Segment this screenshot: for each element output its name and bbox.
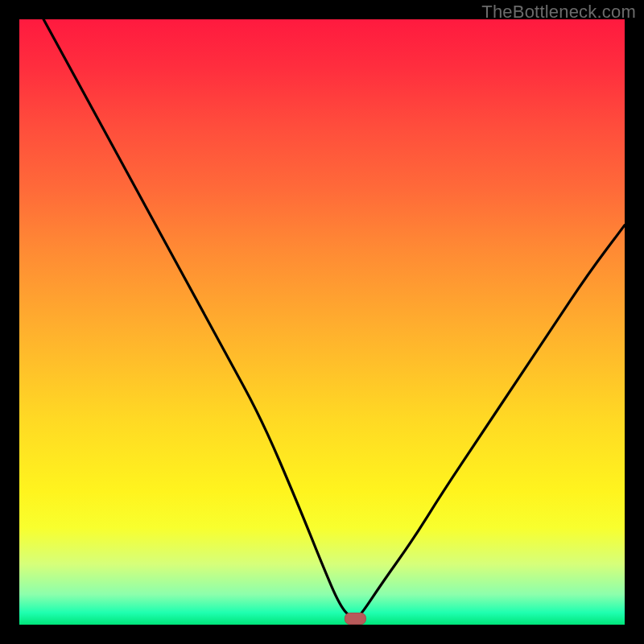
bottleneck-curve xyxy=(43,19,625,619)
chart-frame: TheBottleneck.com xyxy=(0,0,644,644)
watermark-text: TheBottleneck.com xyxy=(481,2,636,23)
plot-area xyxy=(19,19,625,625)
minimum-marker xyxy=(345,613,365,625)
plot-svg xyxy=(19,19,625,625)
